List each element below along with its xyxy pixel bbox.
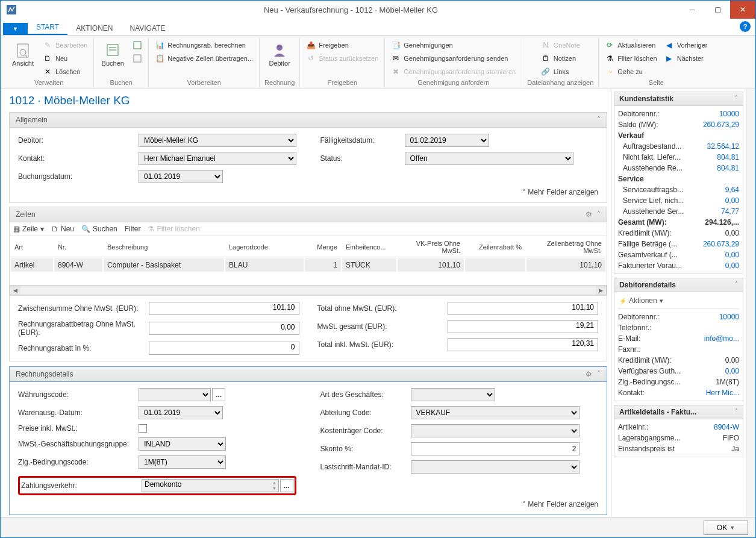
- reset-icon: ↺: [306, 54, 316, 63]
- genehmigung-cancel-button[interactable]: ✖Genehmigungsanforderung stornieren: [390, 66, 517, 78]
- debitor-select[interactable]: Möbel-Meller KG: [139, 134, 296, 147]
- stat-row: Debitorennr.:10000: [618, 108, 739, 119]
- gear-icon[interactable]: ⚙: [586, 210, 592, 219]
- total-inkl-mwst[interactable]: 120,31: [448, 338, 598, 351]
- genehmigungen-button[interactable]: 📑Genehmigungen: [390, 39, 517, 51]
- tab-start[interactable]: START: [28, 19, 67, 35]
- stat-row: Ausstehende Ser...74,77: [618, 206, 739, 217]
- skonto-input[interactable]: [411, 442, 579, 455]
- grid-icon: ▦: [13, 225, 20, 233]
- col-art[interactable]: Art: [11, 237, 53, 257]
- buchungsdatum-input[interactable]: 01.01.2019: [139, 170, 223, 183]
- zahlungsverkehr-lookup[interactable]: ...: [280, 479, 293, 492]
- faelligkeitsdatum-input[interactable]: 01.02.2019: [405, 134, 489, 147]
- tab-aktionen[interactable]: AKTIONEN: [67, 20, 121, 35]
- minimize-button[interactable]: ─: [679, 1, 705, 19]
- close-button[interactable]: ✕: [730, 1, 755, 19]
- debitorendetails-header[interactable]: Debitorendetails˄: [614, 278, 743, 292]
- maximize-button[interactable]: ▢: [705, 1, 730, 19]
- zeile-menu[interactable]: ▦Zeile ▾: [13, 225, 44, 233]
- lines-filter[interactable]: Filter: [125, 225, 141, 233]
- onenote-button[interactable]: NOneNote: [540, 39, 581, 51]
- aktionen-menu[interactable]: ⚡Aktionen ▾: [618, 295, 739, 309]
- rechnungsrabattbetrag-value[interactable]: 0,00: [149, 322, 299, 335]
- waehrungscode-select[interactable]: [139, 388, 211, 401]
- col-betrag[interactable]: Zeilenbetrag Ohne MwSt.: [526, 237, 605, 257]
- horizontal-scrollbar[interactable]: ◀▶: [10, 285, 607, 295]
- artikeldetails-header[interactable]: Artikeldetails - Faktu...˄: [614, 405, 743, 419]
- stat-row: E-Mail:info@mo...: [618, 333, 739, 344]
- spinner-icon: ▴▾: [273, 480, 276, 491]
- abteilung-select[interactable]: VERKAUF: [411, 406, 579, 419]
- notizen-button[interactable]: 🗒Notizen: [540, 52, 581, 64]
- more-fields-rechnungsdetails[interactable]: ˅ Mehr Felder anzeigen: [18, 500, 598, 508]
- preise-inkl-mwst-checkbox[interactable]: [139, 424, 147, 433]
- ansicht-button[interactable]: Ansicht: [9, 39, 37, 68]
- buchen-small1[interactable]: [131, 39, 143, 51]
- lines-suchen[interactable]: 🔍Suchen: [81, 225, 117, 233]
- table-row[interactable]: Artikel 8904-W Computer - Basispaket BLA…: [11, 258, 605, 272]
- buchen-button[interactable]: Buchen: [99, 39, 127, 68]
- lines-filter-loeschen[interactable]: ⚗Filter löschen: [148, 225, 199, 233]
- bearbeiten-button[interactable]: ✎Bearbeiten: [42, 39, 89, 51]
- status-reset-button[interactable]: ↺Status zurücksetzen: [305, 52, 380, 64]
- mwst-gruppe-select[interactable]: INLAND: [139, 437, 226, 451]
- col-menge[interactable]: Menge: [305, 237, 341, 257]
- file-tab[interactable]: ▼: [3, 23, 28, 35]
- col-nr[interactable]: Nr.: [54, 237, 102, 257]
- col-vk[interactable]: VK-Preis Ohne MwSt.: [398, 237, 464, 257]
- zlg-bedingung-select[interactable]: 1M(8T): [139, 455, 226, 469]
- kundenstatistik-header[interactable]: Kundenstatistik˄: [614, 92, 743, 106]
- loeschen-button[interactable]: ✕Löschen: [42, 66, 89, 78]
- mwst-gesamt[interactable]: 19,21: [448, 320, 598, 333]
- lines-neu[interactable]: 🗋Neu: [51, 225, 74, 233]
- kostentraeger-select[interactable]: [411, 424, 579, 437]
- waehrung-lookup[interactable]: ...: [212, 388, 225, 401]
- col-einheit[interactable]: Einheitenco...: [342, 237, 396, 257]
- chevron-up-icon: ˄: [597, 210, 601, 219]
- fasttab-zeilen-header[interactable]: Zeilen ⚙˄: [9, 207, 607, 222]
- ok-button[interactable]: OK▼: [704, 521, 748, 535]
- fasttab-allgemein-header[interactable]: Allgemein ˄: [9, 112, 607, 128]
- outer-scrollbar[interactable]: [746, 89, 755, 517]
- clear-filter-icon: ⚗: [148, 225, 154, 233]
- gear-icon[interactable]: ⚙: [586, 370, 592, 378]
- stat-row: Artikelnr.:8904-W: [618, 422, 739, 433]
- post-icon: [133, 40, 142, 50]
- stat-row: Gesamtverkauf (...0,00: [618, 249, 739, 260]
- genehmigung-send-button[interactable]: ✉Genehmigungsanforderung senden: [390, 52, 517, 64]
- zahlungsverkehr-input[interactable]: Demokonto▴▾: [142, 479, 279, 492]
- new-icon: 🗋: [43, 54, 52, 63]
- naechster-button[interactable]: ▶Nächster: [663, 52, 709, 64]
- buchen-small2[interactable]: [131, 52, 143, 64]
- kontakt-select[interactable]: Herr Michael Emanuel: [139, 152, 296, 165]
- negative-zeilen-button[interactable]: 📋Negative Zeilen übertragen...: [154, 52, 254, 64]
- col-beschr[interactable]: Beschreibung: [104, 237, 224, 257]
- rechnungsrab-button[interactable]: 📊Rechnungsrab. berechnen: [154, 39, 254, 51]
- status-select[interactable]: Offen: [405, 152, 573, 165]
- more-fields-allgemein[interactable]: ˅ Mehr Felder anzeigen: [18, 188, 598, 196]
- zwischensumme-value[interactable]: 101,10: [149, 302, 299, 315]
- stat-row: Zlg.-Bedingungsc...1M(8T): [618, 377, 739, 387]
- warenausg-datum[interactable]: 01.01.2019: [139, 406, 223, 419]
- neu-button[interactable]: 🗋Neu: [42, 52, 89, 64]
- debitor-button[interactable]: Debitor: [266, 39, 293, 68]
- col-lager[interactable]: Lagerortcode: [225, 237, 304, 257]
- lastschrift-select[interactable]: [411, 460, 579, 474]
- help-icon[interactable]: ?: [740, 21, 751, 32]
- total-ohne-mwst[interactable]: 101,10: [448, 302, 598, 315]
- tab-navigate[interactable]: NAVIGATE: [122, 20, 174, 35]
- links-button[interactable]: 🔗Links: [540, 66, 581, 78]
- freigeben-button[interactable]: 📤Freigeben: [305, 39, 380, 51]
- art-geschaeft-select[interactable]: [411, 388, 495, 401]
- page-title: 1012 · Möbel-Meller KG: [9, 94, 607, 107]
- col-rab[interactable]: Zeilenrabatt %: [465, 237, 525, 257]
- aktualisieren-button[interactable]: ⟳Aktualisieren: [604, 39, 658, 51]
- fasttab-rechnungsdetails-header[interactable]: Rechnungsdetails ⚙˄: [9, 366, 607, 382]
- stat-row: Gesamt (MW):294.126,...: [618, 217, 739, 228]
- vorheriger-button[interactable]: ◀Vorheriger: [663, 39, 709, 51]
- filter-loeschen-button[interactable]: ⚗Filter löschen: [604, 52, 658, 64]
- gehe-zu-button[interactable]: →Gehe zu: [604, 66, 658, 78]
- rechnungsrabatt-percent[interactable]: 0: [149, 342, 299, 355]
- notes-icon: 🗒: [541, 54, 551, 63]
